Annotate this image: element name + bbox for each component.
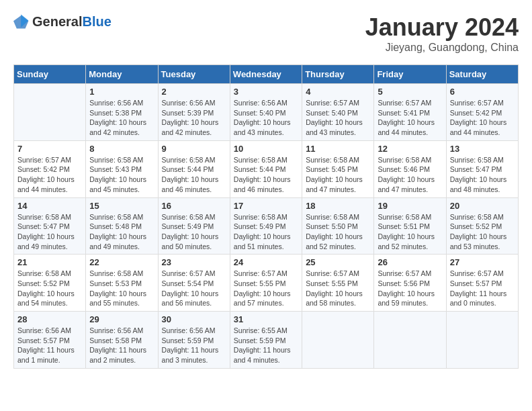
day-info: Sunrise: 6:56 AM Sunset: 5:59 PM Dayligh… <box>162 326 226 365</box>
calendar-week-row: 28Sunrise: 6:56 AM Sunset: 5:57 PM Dayli… <box>14 312 519 369</box>
calendar-cell: 13Sunrise: 6:58 AM Sunset: 5:47 PM Dayli… <box>446 140 518 197</box>
day-info: Sunrise: 6:56 AM Sunset: 5:38 PM Dayligh… <box>89 98 154 138</box>
calendar-week-row: 7Sunrise: 6:57 AM Sunset: 5:42 PM Daylig… <box>14 140 519 197</box>
day-info: Sunrise: 6:56 AM Sunset: 5:40 PM Dayligh… <box>234 98 298 138</box>
calendar-cell: 19Sunrise: 6:58 AM Sunset: 5:51 PM Dayli… <box>374 197 446 255</box>
calendar-cell: 15Sunrise: 6:58 AM Sunset: 5:48 PM Dayli… <box>86 197 158 255</box>
calendar-cell: 8Sunrise: 6:58 AM Sunset: 5:43 PM Daylig… <box>86 140 158 197</box>
calendar-cell: 24Sunrise: 6:57 AM Sunset: 5:55 PM Dayli… <box>230 255 302 312</box>
col-header-wednesday: Wednesday <box>230 65 302 84</box>
calendar-cell: 18Sunrise: 6:58 AM Sunset: 5:50 PM Dayli… <box>302 197 374 255</box>
calendar-week-row: 21Sunrise: 6:58 AM Sunset: 5:52 PM Dayli… <box>14 255 519 312</box>
calendar-cell: 26Sunrise: 6:57 AM Sunset: 5:56 PM Dayli… <box>374 255 446 312</box>
calendar-week-row: 1Sunrise: 6:56 AM Sunset: 5:38 PM Daylig… <box>14 84 519 141</box>
day-number: 27 <box>450 257 515 267</box>
day-info: Sunrise: 6:56 AM Sunset: 5:39 PM Dayligh… <box>162 98 226 138</box>
calendar-cell: 6Sunrise: 6:57 AM Sunset: 5:42 PM Daylig… <box>446 84 518 141</box>
title-block: January 2024 Jieyang, Guangdong, China <box>365 13 519 54</box>
calendar-cell: 2Sunrise: 6:56 AM Sunset: 5:39 PM Daylig… <box>158 84 230 141</box>
day-number: 29 <box>89 314 154 324</box>
col-header-tuesday: Tuesday <box>158 65 230 84</box>
day-info: Sunrise: 6:56 AM Sunset: 5:57 PM Dayligh… <box>17 326 82 365</box>
calendar-cell: 14Sunrise: 6:58 AM Sunset: 5:47 PM Dayli… <box>14 197 86 255</box>
day-info: Sunrise: 6:58 AM Sunset: 5:47 PM Dayligh… <box>450 155 515 195</box>
day-info: Sunrise: 6:58 AM Sunset: 5:53 PM Dayligh… <box>89 269 154 308</box>
day-number: 3 <box>234 87 298 97</box>
day-info: Sunrise: 6:58 AM Sunset: 5:50 PM Dayligh… <box>306 212 370 252</box>
day-number: 24 <box>234 257 298 267</box>
calendar-table: SundayMondayTuesdayWednesdayThursdayFrid… <box>13 64 519 369</box>
location-title: Jieyang, Guangdong, China <box>365 42 519 54</box>
calendar-cell: 1Sunrise: 6:56 AM Sunset: 5:38 PM Daylig… <box>86 84 158 141</box>
day-number: 23 <box>162 257 226 267</box>
calendar-cell: 29Sunrise: 6:56 AM Sunset: 5:58 PM Dayli… <box>86 312 158 369</box>
calendar-cell: 28Sunrise: 6:56 AM Sunset: 5:57 PM Dayli… <box>14 312 86 369</box>
day-number: 22 <box>89 257 154 267</box>
calendar-cell: 11Sunrise: 6:58 AM Sunset: 5:45 PM Dayli… <box>302 140 374 197</box>
day-info: Sunrise: 6:58 AM Sunset: 5:52 PM Dayligh… <box>17 269 82 308</box>
calendar-cell: 16Sunrise: 6:58 AM Sunset: 5:49 PM Dayli… <box>158 197 230 255</box>
day-number: 9 <box>162 144 226 154</box>
day-number: 5 <box>378 87 442 97</box>
calendar-cell: 10Sunrise: 6:58 AM Sunset: 5:44 PM Dayli… <box>230 140 302 197</box>
calendar-cell: 9Sunrise: 6:58 AM Sunset: 5:44 PM Daylig… <box>158 140 230 197</box>
day-number: 19 <box>378 201 442 211</box>
calendar-cell: 25Sunrise: 6:57 AM Sunset: 5:55 PM Dayli… <box>302 255 374 312</box>
calendar-week-row: 14Sunrise: 6:58 AM Sunset: 5:47 PM Dayli… <box>14 197 519 255</box>
logo-icon <box>13 13 30 30</box>
day-info: Sunrise: 6:58 AM Sunset: 5:44 PM Dayligh… <box>234 155 298 195</box>
day-number: 12 <box>378 144 442 154</box>
calendar-cell: 7Sunrise: 6:57 AM Sunset: 5:42 PM Daylig… <box>14 140 86 197</box>
day-number: 21 <box>17 257 82 267</box>
day-info: Sunrise: 6:57 AM Sunset: 5:55 PM Dayligh… <box>234 269 298 308</box>
day-number: 1 <box>89 87 154 97</box>
day-info: Sunrise: 6:58 AM Sunset: 5:46 PM Dayligh… <box>378 155 442 195</box>
calendar-cell <box>374 312 446 369</box>
day-info: Sunrise: 6:57 AM Sunset: 5:40 PM Dayligh… <box>306 98 370 138</box>
day-info: Sunrise: 6:56 AM Sunset: 5:58 PM Dayligh… <box>89 326 154 365</box>
day-number: 28 <box>17 314 82 324</box>
col-header-monday: Monday <box>86 65 158 84</box>
calendar-cell: 21Sunrise: 6:58 AM Sunset: 5:52 PM Dayli… <box>14 255 86 312</box>
day-number: 30 <box>162 314 226 324</box>
calendar-cell: 12Sunrise: 6:58 AM Sunset: 5:46 PM Dayli… <box>374 140 446 197</box>
calendar-cell: 3Sunrise: 6:56 AM Sunset: 5:40 PM Daylig… <box>230 84 302 141</box>
col-header-sunday: Sunday <box>14 65 86 84</box>
day-number: 25 <box>306 257 370 267</box>
calendar-cell <box>446 312 518 369</box>
day-number: 8 <box>89 144 154 154</box>
calendar-cell <box>14 84 86 141</box>
day-number: 16 <box>162 201 226 211</box>
day-number: 7 <box>17 144 82 154</box>
day-number: 2 <box>162 87 226 97</box>
day-number: 15 <box>89 201 154 211</box>
calendar-cell: 31Sunrise: 6:55 AM Sunset: 5:59 PM Dayli… <box>230 312 302 369</box>
logo: GeneralBlue <box>13 13 112 30</box>
month-title: January 2024 <box>365 13 519 42</box>
calendar-cell: 5Sunrise: 6:57 AM Sunset: 5:41 PM Daylig… <box>374 84 446 141</box>
day-number: 18 <box>306 201 370 211</box>
day-info: Sunrise: 6:57 AM Sunset: 5:56 PM Dayligh… <box>378 269 442 308</box>
day-info: Sunrise: 6:58 AM Sunset: 5:52 PM Dayligh… <box>450 212 515 252</box>
day-info: Sunrise: 6:58 AM Sunset: 5:47 PM Dayligh… <box>17 212 82 252</box>
day-number: 4 <box>306 87 370 97</box>
day-number: 26 <box>378 257 442 267</box>
day-info: Sunrise: 6:58 AM Sunset: 5:49 PM Dayligh… <box>162 212 226 252</box>
day-info: Sunrise: 6:58 AM Sunset: 5:44 PM Dayligh… <box>162 155 226 195</box>
day-number: 14 <box>17 201 82 211</box>
day-number: 31 <box>234 314 298 324</box>
day-info: Sunrise: 6:58 AM Sunset: 5:48 PM Dayligh… <box>89 212 154 252</box>
day-info: Sunrise: 6:57 AM Sunset: 5:57 PM Dayligh… <box>450 269 515 308</box>
page-header: GeneralBlue January 2024 Jieyang, Guangd… <box>13 13 519 54</box>
day-info: Sunrise: 6:57 AM Sunset: 5:42 PM Dayligh… <box>17 155 82 195</box>
day-number: 6 <box>450 87 515 97</box>
day-number: 10 <box>234 144 298 154</box>
day-info: Sunrise: 6:55 AM Sunset: 5:59 PM Dayligh… <box>234 326 298 365</box>
day-info: Sunrise: 6:57 AM Sunset: 5:42 PM Dayligh… <box>450 98 515 138</box>
col-header-saturday: Saturday <box>446 65 518 84</box>
calendar-cell: 30Sunrise: 6:56 AM Sunset: 5:59 PM Dayli… <box>158 312 230 369</box>
col-header-friday: Friday <box>374 65 446 84</box>
day-info: Sunrise: 6:58 AM Sunset: 5:49 PM Dayligh… <box>234 212 298 252</box>
day-number: 17 <box>234 201 298 211</box>
calendar-cell: 23Sunrise: 6:57 AM Sunset: 5:54 PM Dayli… <box>158 255 230 312</box>
